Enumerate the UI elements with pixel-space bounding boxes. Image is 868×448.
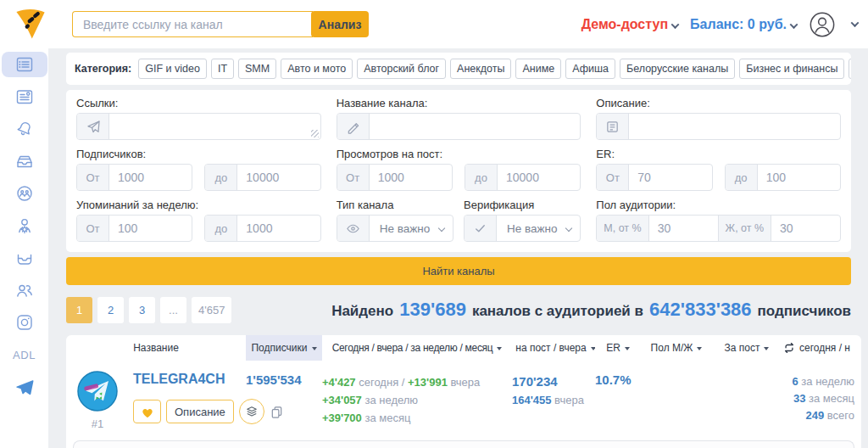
category-chip[interactable]: Анекдоты [450, 59, 511, 79]
filters-panel: Ссылки: Название канала: Описание: [66, 90, 851, 252]
mentions-week: 6 за неделю [782, 373, 854, 390]
filter-channel-type: Тип канала Не важно [337, 199, 453, 242]
sidebar-item-catalog[interactable] [2, 52, 47, 77]
filter-views-per-post: Просмотров на пост: От до [337, 148, 581, 191]
category-chip[interactable]: Авторский блог [357, 59, 446, 79]
person-gear-icon [14, 216, 35, 236]
channel-type-select[interactable]: Не важно [337, 215, 453, 242]
dynamics-cell: +4'427 сегодня / +13'991 вчера +34'057 з… [322, 371, 512, 430]
page-button[interactable]: 2 [97, 297, 124, 323]
app-logo-icon[interactable] [13, 6, 48, 42]
channel-name-input[interactable] [370, 114, 581, 139]
sidebar-item-notifications[interactable] [2, 116, 47, 142]
male-percent-input[interactable] [649, 216, 718, 241]
inbox-tray-icon [14, 248, 35, 268]
er-to-input[interactable] [758, 165, 840, 190]
from-label: От [337, 165, 370, 190]
links-input[interactable] [109, 114, 320, 139]
description-button[interactable]: Описание [166, 400, 234, 423]
sidebar-item-community[interactable] [2, 181, 47, 206]
category-chip[interactable]: Афиша [565, 59, 615, 79]
channel-avatar[interactable] [77, 371, 118, 412]
from-label: От [77, 165, 109, 190]
pencil-icon [337, 114, 370, 139]
sidebar-item-news[interactable] [2, 84, 47, 109]
sidebar: ADL [0, 48, 48, 448]
find-channels-button[interactable]: Найти каналы [66, 257, 851, 285]
table-header-row: Название Подписчики Сегодня / вчера / за… [66, 335, 861, 361]
category-chip[interactable]: Белорусские каналы [620, 59, 735, 79]
dynamics-month: +39'700 за месяц [322, 409, 512, 427]
categories-label: Категория: [75, 63, 131, 75]
document-icon [597, 114, 629, 139]
filter-description: Описание: [596, 97, 841, 140]
category-chip[interactable]: IT [211, 59, 234, 79]
subscribers-label: Подписчиков: [76, 148, 321, 160]
mentions-to-input[interactable] [237, 216, 320, 241]
categories-bar: Категория: GIF и video IT SMM Авто и мот… [66, 53, 851, 85]
found-label: Найдено [331, 303, 393, 320]
from-label: От [77, 216, 109, 241]
account-chevron-icon[interactable] [851, 19, 860, 27]
top-bar: Анализ Демо-доступ Баланс: 0 руб. [0, 0, 868, 48]
page-button[interactable]: 4'657 [192, 297, 231, 323]
page-button[interactable]: 1 [66, 297, 92, 323]
globe-users-icon [14, 183, 35, 204]
category-chip[interactable]: SMM [238, 59, 276, 79]
description-input[interactable] [629, 114, 840, 139]
pagination: 1 2 3 ... 4'657 [66, 297, 231, 323]
table-row[interactable]: #1 TELEGRA4CH Описание 1'595'534 + [66, 361, 861, 439]
verification-select[interactable]: Не важно [464, 215, 581, 242]
main-content: Категория: GIF и video IT SMM Авто и мот… [48, 48, 868, 448]
demo-access-label: Демо-доступ [581, 17, 668, 31]
sidebar-item-inbox[interactable] [2, 245, 47, 271]
sidebar-item-account-settings[interactable] [2, 213, 47, 238]
dynamics-today-yesterday: +4'427 сегодня / +13'991 вчера [322, 373, 512, 391]
channel-search: Анализ [72, 11, 369, 37]
sidebar-item-instagram[interactable] [2, 310, 47, 335]
favorite-button[interactable] [133, 400, 161, 423]
sidebar-item-archive[interactable] [2, 148, 47, 174]
to-label: до [465, 165, 498, 190]
header-subscribers[interactable]: Подписчики [246, 335, 322, 361]
mentions-month: 33 за месяц [782, 390, 854, 407]
catalog-list-icon [14, 54, 35, 75]
header-dynamics[interactable]: Сегодня / вчера / за неделю / месяц [322, 335, 512, 361]
channels-table: Название Подписчики Сегодня / вчера / за… [66, 335, 861, 448]
analyze-button[interactable]: Анализ [311, 11, 369, 37]
sidebar-item-adl[interactable]: ADL [2, 342, 47, 367]
user-avatar-icon[interactable] [809, 11, 836, 38]
top-right-menu: Демо-доступ Баланс: 0 руб. [581, 0, 858, 48]
sort-arrow-icon [312, 347, 317, 350]
sidebar-item-users[interactable] [2, 277, 47, 303]
mentions-from-input[interactable] [109, 216, 192, 241]
category-chip[interactable]: Блоггеры [849, 59, 851, 79]
category-chip[interactable]: Авто и мото [281, 59, 353, 79]
header-er[interactable]: ER [595, 335, 641, 361]
views-to-input[interactable] [498, 165, 580, 190]
header-gender[interactable]: Пол М/Ж [641, 335, 712, 361]
category-chip[interactable]: Аниме [515, 59, 561, 79]
er-from-input[interactable] [629, 165, 711, 190]
header-name: Название [66, 335, 246, 361]
page-button[interactable]: 3 [129, 297, 155, 323]
channel-type-label: Тип канала [337, 199, 453, 211]
subscribers-from-input[interactable] [109, 165, 192, 190]
search-input[interactable] [72, 11, 313, 37]
sidebar-item-telegram[interactable] [2, 374, 47, 400]
channel-tags-box: GIF и video (#1) Новости (#1) [73, 440, 854, 448]
header-per-post[interactable]: За пост [712, 335, 782, 361]
female-percent-input[interactable] [771, 216, 840, 241]
demo-access-menu[interactable]: Демо-доступ [581, 17, 678, 32]
category-chip[interactable]: Бизнес и финансы [739, 59, 844, 79]
to-label: до [726, 165, 758, 190]
subscribers-to-input[interactable] [237, 165, 320, 190]
header-mentions[interactable]: сегодня / н [782, 335, 861, 361]
category-chip[interactable]: GIF и video [138, 59, 207, 79]
subscribers-count: 642'833'386 [649, 299, 752, 321]
header-views[interactable]: на пост / вчера [512, 335, 595, 361]
views-from-input[interactable] [370, 165, 452, 190]
telegram-plane-icon [14, 377, 35, 397]
balance-menu[interactable]: Баланс: 0 руб. [690, 17, 797, 32]
heart-icon [141, 406, 154, 418]
